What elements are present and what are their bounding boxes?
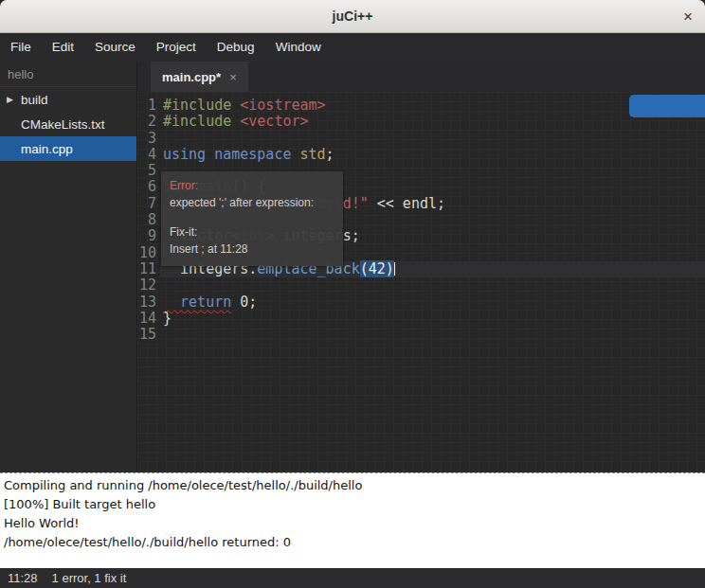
tooltip-fixit-text: Insert ; at 11:28 (170, 241, 334, 258)
line-number: 6 (137, 179, 160, 195)
code-line-2[interactable]: 2#include <vector> (137, 114, 705, 130)
line-number: 11 (137, 261, 160, 277)
line-number: 8 (137, 212, 160, 228)
scrollbar-thumb[interactable] (629, 95, 705, 117)
menu-item-project[interactable]: Project (146, 33, 207, 62)
diagnostic-tooltip: Error: expected ';' after expression: Fi… (161, 171, 343, 266)
line-number: 15 (137, 327, 160, 343)
tab-main-cpp[interactable]: main.cpp* × (151, 62, 248, 92)
tree-item-label: main.cpp (21, 142, 73, 156)
tab-label: main.cpp* (162, 70, 221, 84)
code-line-15[interactable]: 15 (137, 327, 705, 343)
line-number: 2 (137, 114, 160, 130)
tree-item-main-cpp[interactable]: main.cpp (0, 136, 136, 161)
terminal-line: /home/olece/test/hello/./build/hello ret… (4, 533, 701, 552)
output-terminal[interactable]: Compiling and running /home/olece/test/h… (0, 472, 705, 568)
line-number: 7 (137, 196, 160, 212)
line-number: 1 (137, 98, 160, 114)
menu-item-file[interactable]: File (0, 33, 42, 62)
code-text: return 0; (160, 294, 705, 311)
line-number: 5 (137, 163, 160, 179)
code-line-3[interactable]: 3 (137, 131, 705, 147)
code-text: } (160, 311, 705, 327)
code-line-13[interactable]: 13 return 0; (137, 294, 705, 311)
code-text (160, 131, 705, 147)
menu-item-window[interactable]: Window (265, 33, 332, 62)
editor-pane: main.cpp* × 1#include <iostream>2#includ… (137, 62, 705, 472)
line-number: 10 (137, 245, 160, 261)
line-number: 4 (137, 147, 160, 163)
cursor-position: 11:28 (8, 571, 38, 585)
tree-item-cmakelists-txt[interactable]: CMakeLists.txt (0, 112, 136, 136)
code-text: #include <vector> (160, 114, 705, 130)
project-root-label: hello (0, 62, 136, 87)
window-close-icon[interactable]: × (683, 9, 693, 25)
terminal-line: [100%] Built target hello (4, 495, 701, 514)
expander-arrow-icon[interactable]: ▶ (7, 95, 13, 104)
terminal-line: Compiling and running /home/olece/test/h… (4, 476, 701, 495)
line-number: 14 (137, 311, 160, 327)
code-line-14[interactable]: 14} (137, 311, 705, 327)
title-bar: juCi++ × (0, 0, 705, 33)
tab-bar: main.cpp* × (137, 62, 705, 92)
text-caret (394, 262, 396, 276)
menu-item-edit[interactable]: Edit (42, 33, 84, 62)
file-sidebar: hello ▶buildCMakeLists.txtmain.cpp (0, 62, 137, 472)
code-editor[interactable]: 1#include <iostream>2#include <vector>34… (137, 92, 705, 472)
tree-item-label: build (21, 93, 48, 107)
code-line-1[interactable]: 1#include <iostream> (137, 98, 705, 114)
status-bar: 11:28 1 error, 1 fix it (0, 568, 705, 588)
window-title: juCi++ (333, 9, 373, 24)
diagnostic-status[interactable]: 1 error, 1 fix it (52, 571, 127, 585)
tree-item-label: CMakeLists.txt (21, 117, 105, 132)
menu-item-debug[interactable]: Debug (207, 33, 265, 62)
code-line-12[interactable]: 12 (137, 277, 705, 294)
menu-item-source[interactable]: Source (84, 33, 146, 62)
tooltip-error-text: expected ';' after expression: (170, 194, 334, 211)
app-window: juCi++ × FileEditSourceProjectDebugWindo… (0, 0, 705, 588)
tree-item-build[interactable]: ▶build (0, 87, 136, 112)
code-text (160, 277, 705, 294)
tooltip-fixit-label: Fix-it: (170, 223, 334, 241)
code-text: using namespace std; (160, 147, 705, 163)
file-tree: ▶buildCMakeLists.txtmain.cpp (0, 87, 136, 161)
tooltip-error-label: Error: (170, 177, 334, 194)
terminal-line: Hello World! (4, 514, 701, 533)
content-area: hello ▶buildCMakeLists.txtmain.cpp main.… (0, 62, 705, 472)
tab-close-icon[interactable]: × (229, 70, 237, 84)
code-text (160, 327, 705, 343)
line-number: 12 (137, 277, 160, 294)
menu-bar: FileEditSourceProjectDebugWindow (0, 33, 705, 62)
code-text: #include <iostream> (160, 98, 705, 114)
line-number: 3 (137, 131, 160, 147)
line-number: 13 (137, 294, 160, 311)
line-number: 9 (137, 228, 160, 244)
tooltip-spacer (170, 211, 334, 223)
code-line-4[interactable]: 4using namespace std; (137, 147, 705, 163)
